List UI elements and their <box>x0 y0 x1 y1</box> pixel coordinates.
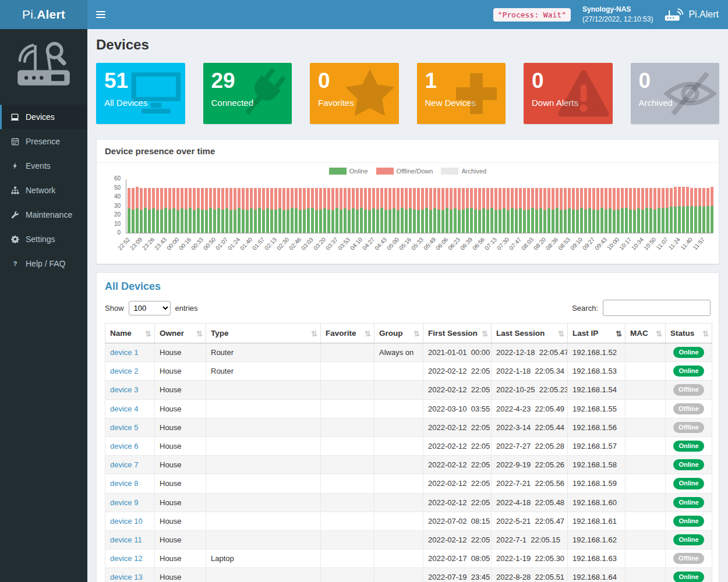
status-badge: Offline <box>673 422 704 433</box>
sidebar-item-maintenance[interactable]: Maintenance <box>0 203 87 227</box>
sidebar-toggle-button[interactable] <box>87 0 114 29</box>
col-header-name[interactable]: Name⇅ <box>105 324 155 343</box>
cell-favorite <box>321 474 374 493</box>
device-link[interactable]: device 8 <box>110 479 138 488</box>
chart-bar <box>221 188 224 233</box>
status-badge: Online <box>673 534 704 545</box>
cell-last-session: 2022-3-14 22:05.44 <box>492 418 568 436</box>
cell-last-ip: 192.168.1.59 <box>568 474 625 493</box>
cell-favorite <box>321 549 374 568</box>
status-badge: Offline <box>673 403 704 414</box>
chart-bar <box>278 188 281 233</box>
sidebar-item-devices[interactable]: Devices <box>0 105 87 129</box>
col-header-label: First Session <box>428 329 478 338</box>
chart-bar <box>234 188 236 233</box>
chart-bar <box>425 188 428 233</box>
cell-first-session: 2022-02-12 22:05 <box>423 530 492 549</box>
cell-mac <box>625 399 666 418</box>
cell-status: Offline <box>666 381 712 399</box>
infobox-connected[interactable]: 29Connected <box>203 63 292 124</box>
chart-bar <box>340 188 342 233</box>
infobox-new-devices[interactable]: 1New Devices <box>417 63 506 124</box>
chart-bar <box>531 188 534 233</box>
search-input[interactable] <box>603 300 711 316</box>
col-header-last-session[interactable]: Last Session⇅ <box>492 324 568 343</box>
col-header-label: Owner <box>160 329 184 338</box>
chart-bar <box>515 188 518 233</box>
cell-first-session: 2022-02-12 22:05 <box>423 381 492 399</box>
infobox-archived[interactable]: 0Archived <box>631 63 720 124</box>
cell-status: Online <box>666 456 712 474</box>
page-length-select[interactable]: 100 <box>129 301 171 315</box>
device-link[interactable]: device 2 <box>110 367 138 375</box>
cell-status: Offline <box>666 418 712 436</box>
chart-bar <box>291 188 294 233</box>
presence-panel-title: Device presence over time <box>97 140 719 163</box>
sidebar-item-events[interactable]: Events <box>0 154 87 178</box>
cell-name: device 6 <box>105 436 155 455</box>
cell-mac <box>625 436 666 455</box>
chart-bar <box>678 187 681 233</box>
device-link[interactable]: device 13 <box>110 573 143 581</box>
infobox-all-devices[interactable]: 51All Devices <box>96 63 185 124</box>
chart-bar <box>299 188 302 233</box>
device-link[interactable]: device 10 <box>110 517 143 526</box>
cell-mac <box>625 549 666 568</box>
cell-last-ip: 192.168.1.56 <box>568 418 625 436</box>
device-link[interactable]: device 9 <box>110 498 138 507</box>
table-header-row: Name⇅Owner⇅Type⇅Favorite⇅Group⇅First Ses… <box>105 324 712 343</box>
device-link[interactable]: device 11 <box>110 535 142 544</box>
chart-bar <box>621 188 624 233</box>
star-icon <box>343 67 397 120</box>
chart-bar <box>262 188 265 233</box>
cell-favorite <box>321 568 374 582</box>
col-header-last-ip[interactable]: Last IP⇅ <box>568 324 625 343</box>
col-header-status[interactable]: Status⇅ <box>666 324 712 343</box>
device-link[interactable]: device 7 <box>110 460 138 469</box>
infobox-favorites[interactable]: 0Favorites <box>310 63 399 124</box>
sidebar-item-help-faq[interactable]: ?Help / FAQ <box>0 251 87 276</box>
app-logo[interactable]: Pi.Alert <box>0 0 87 29</box>
device-link[interactable]: device 6 <box>110 442 138 450</box>
chart-bar <box>344 188 347 233</box>
main-content: Devices 51All Devices29Connected0Favorit… <box>87 29 728 582</box>
chart-bar <box>494 188 497 233</box>
cell-name: device 13 <box>105 568 155 582</box>
device-row-device-5: device 5House2022-02-12 22:052022-3-14 2… <box>105 418 712 436</box>
chart-bar <box>209 188 212 233</box>
cell-owner: House <box>155 456 206 474</box>
cell-status: Online <box>666 343 712 362</box>
sidebar-item-network[interactable]: Network <box>0 178 87 203</box>
col-header-owner[interactable]: Owner⇅ <box>155 324 206 343</box>
device-row-device-6: device 6House2022-02-12 22:052022-7-27 2… <box>105 436 712 455</box>
table-controls: Show 100 entries Search: <box>97 295 719 323</box>
cell-type <box>206 418 321 436</box>
chart-bar <box>429 188 432 233</box>
col-header-label: Name <box>110 329 132 338</box>
device-link[interactable]: device 12 <box>110 554 143 563</box>
infobox-down-alerts[interactable]: 0Down Alerts <box>524 63 613 124</box>
y-tick-label: 40 <box>114 194 121 200</box>
cell-last-session: 2022-9-19 22:05.26 <box>492 456 568 474</box>
device-link[interactable]: device 1 <box>110 348 138 357</box>
chart-bar <box>160 188 163 233</box>
y-tick-label: 50 <box>114 185 121 191</box>
cell-type: Laptop <box>206 549 321 568</box>
chart-bar <box>152 188 155 233</box>
device-link[interactable]: device 4 <box>110 404 138 413</box>
col-header-mac[interactable]: MAC⇅ <box>625 324 666 343</box>
chart-bar <box>458 188 461 233</box>
y-tick-label: 30 <box>114 203 121 209</box>
device-link[interactable]: device 3 <box>110 385 138 394</box>
infobox-row: 51All Devices29Connected0Favorites1New D… <box>96 63 719 124</box>
col-header-first-session[interactable]: First Session⇅ <box>423 324 492 343</box>
chart-bar <box>295 188 298 233</box>
device-link[interactable]: device 5 <box>110 423 138 432</box>
col-header-group[interactable]: Group⇅ <box>374 324 423 343</box>
sidebar-item-presence[interactable]: Presence <box>0 129 87 154</box>
sidebar-item-settings[interactable]: Settings <box>0 227 87 251</box>
col-header-type[interactable]: Type⇅ <box>206 324 321 343</box>
chart-bar <box>172 188 175 233</box>
devices-panel-title: All Devices <box>97 273 719 295</box>
col-header-favorite[interactable]: Favorite⇅ <box>321 324 374 343</box>
